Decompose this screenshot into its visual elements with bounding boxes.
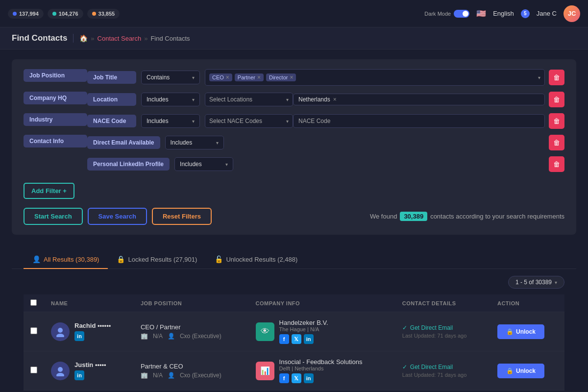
row1-checkbox[interactable] [30, 327, 37, 334]
company-fb-icon-2[interactable]: f [279, 373, 289, 383]
reset-filters-button[interactable]: Reset Filters [152, 208, 212, 225]
stat-badge-3[interactable]: 33,855 [87, 9, 120, 19]
filter-operator-location[interactable]: Includes ▾ [141, 93, 200, 106]
company-logo-icon-2: 📊 [260, 366, 270, 375]
job-level-1: Cxo (Executive) [180, 333, 221, 340]
tag-ceo[interactable]: CEO × [209, 74, 232, 81]
results-tabs: 👤 All Results (30,389) 🔒 Locked Results … [12, 244, 576, 269]
col-contact: CONTACT DETAILS [395, 294, 490, 312]
delete-filter-linkedin[interactable]: 🗑 [549, 156, 564, 172]
company-location-1: The Hague | N/A [279, 326, 328, 332]
contact-avatar-1 [51, 322, 70, 341]
contact-name-text-1: Rachid •••••• [74, 322, 111, 329]
results-prefix: We found [370, 213, 397, 220]
linkedin-icon-2[interactable]: in [74, 370, 84, 380]
tag-remove-ceo[interactable]: × [226, 74, 229, 80]
delete-filter-industry[interactable]: 🗑 [549, 113, 564, 129]
contact-details-area-1: ✓ Get Direct Email Last Updated: 71 days… [402, 324, 484, 339]
col-check [24, 294, 44, 312]
tag-director[interactable]: Director × [266, 74, 296, 81]
unlock-button-1[interactable]: 🔒 Unlock [497, 324, 544, 339]
row1-action-cell: 🔒 Unlock [490, 312, 564, 351]
language-label: English [493, 10, 514, 17]
delete-filter-email[interactable]: 🗑 [549, 135, 564, 150]
get-email-row-1: ✓ Get Direct Email [402, 324, 484, 331]
row2-company-cell: 📊 Insocial - Feedback Solutions Delft | … [249, 351, 395, 391]
filter-row-email: Contact Info Direct Email Available Incl… [24, 135, 564, 150]
dark-mode-toggle[interactable]: Dark Mode [424, 10, 469, 18]
filter-category-industry: Industry [24, 113, 87, 126]
nace-select-dropdown[interactable]: Select NACE Codes ▾ [205, 114, 293, 128]
user-avatar[interactable]: JC [564, 5, 580, 22]
operator-label-linkedin: Includes [180, 161, 202, 168]
tag-partner[interactable]: Partner × [235, 74, 264, 81]
job-level-icon-1: 👤 [168, 333, 175, 340]
pagination-label: 1 - 5 of 30389 [515, 279, 552, 286]
notifications-count: 5 [524, 11, 527, 16]
filter-field-nace: NACE Code [87, 115, 136, 127]
filter-operator-linkedin[interactable]: Includes ▾ [174, 157, 233, 171]
job-level-2: Cxo (Executive) [180, 372, 221, 379]
filter-category-job: Job Position [24, 69, 87, 82]
pagination-select[interactable]: 1 - 5 of 30389 ▾ [508, 276, 564, 289]
unlock-button-2[interactable]: 🔒 Unlock [497, 364, 544, 378]
toggle-thumb [463, 11, 468, 17]
delete-filter-job[interactable]: 🗑 [549, 70, 564, 85]
delete-filter-location[interactable]: 🗑 [549, 92, 564, 107]
toggle-track[interactable] [454, 10, 469, 18]
tab-locked-results[interactable]: 🔒 Locked Results (27,901) [108, 250, 206, 269]
company-li-icon-2[interactable]: in [304, 373, 314, 383]
company-name-2: Insocial - Feedback Solutions [279, 358, 363, 366]
company-fb-icon-1[interactable]: f [279, 334, 289, 344]
company-location-2: Delft | Netherlands [279, 366, 363, 371]
get-email-label-2: Get Direct Email [410, 364, 453, 370]
tag-remove-partner[interactable]: × [257, 74, 261, 80]
unlock-label-1: Unlock [516, 328, 536, 335]
tag-label-director: Director [269, 74, 288, 80]
tab-all-results[interactable]: 👤 All Results (30,389) [24, 250, 108, 269]
breadcrumb-contact-search[interactable]: Contact Search [98, 35, 142, 42]
select-all-checkbox[interactable] [30, 299, 37, 306]
start-search-button[interactable]: Start Search [24, 208, 83, 225]
filter-right-job: Job Title Contains ▾ CEO × Partner × D [87, 69, 564, 86]
contact-info-2: Justin ••••• in [74, 361, 106, 380]
notifications-badge[interactable]: 5 [521, 9, 530, 18]
tab-unlocked-results[interactable]: 🔓 Unlocked Results (2,488) [206, 250, 306, 269]
home-icon[interactable]: 🏠 [79, 34, 88, 42]
filter-operator-email[interactable]: Includes ▾ [165, 136, 224, 149]
job-meta-1: 🏢 N/A 👤 Cxo (Executive) [141, 333, 242, 340]
nace-input-placeholder: NACE Code [298, 118, 330, 124]
nace-code-input[interactable]: NACE Code [293, 114, 545, 128]
company-li-icon-1[interactable]: in [304, 334, 314, 344]
tag-remove-director[interactable]: × [290, 74, 293, 80]
filter-label-contact-info: Contact Info [24, 135, 87, 147]
location-tag-remove[interactable]: × [333, 97, 337, 102]
location-select-dropdown[interactable]: Select Locations ▾ [205, 93, 293, 106]
add-filter-button[interactable]: Add Filter + [24, 183, 74, 199]
stat-badge-1[interactable]: 137,994 [8, 9, 44, 19]
filter-field-direct-email: Direct Email Available [87, 136, 160, 149]
save-search-button[interactable]: Save Search [88, 208, 147, 225]
filter-tags-job: CEO × Partner × Director × ▾ [205, 69, 545, 86]
company-tw-icon-1[interactable]: 𝕏 [292, 334, 301, 344]
stat-badge-2[interactable]: 104,276 [48, 9, 83, 19]
table-row: Rachid •••••• in CEO / Partner 🏢 [24, 312, 564, 351]
last-updated-1: Last Updated: 71 days ago [402, 333, 484, 339]
company-logo-1: 👁 [256, 322, 274, 341]
check-icon-2: ✓ [402, 364, 407, 370]
unlock-label-2: Unlock [516, 368, 536, 374]
breadcrumb-current: Find Contacts [150, 35, 190, 42]
row2-job-cell: Partner & CEO 🏢 N/A 👤 Cxo (Executive) [134, 351, 249, 391]
row2-check-cell [24, 351, 44, 391]
filter-operator-job[interactable]: Contains ▾ [141, 71, 200, 84]
job-level-icon-2: 👤 [168, 372, 175, 379]
row2-checkbox[interactable] [30, 367, 37, 373]
filter-field-job-title: Job Title [87, 71, 136, 84]
chevron-down-icon-loc: ▾ [192, 97, 195, 102]
filter-row-linkedin: Personal LinkedIn Profile Includes ▾ 🗑 [24, 156, 564, 172]
table-body: Rachid •••••• in CEO / Partner 🏢 [24, 312, 564, 391]
linkedin-icon-1[interactable]: in [74, 331, 84, 341]
filter-operator-nace[interactable]: Includes ▾ [141, 114, 200, 128]
company-tw-icon-2[interactable]: 𝕏 [292, 373, 301, 383]
tab-all-icon: 👤 [32, 255, 41, 263]
